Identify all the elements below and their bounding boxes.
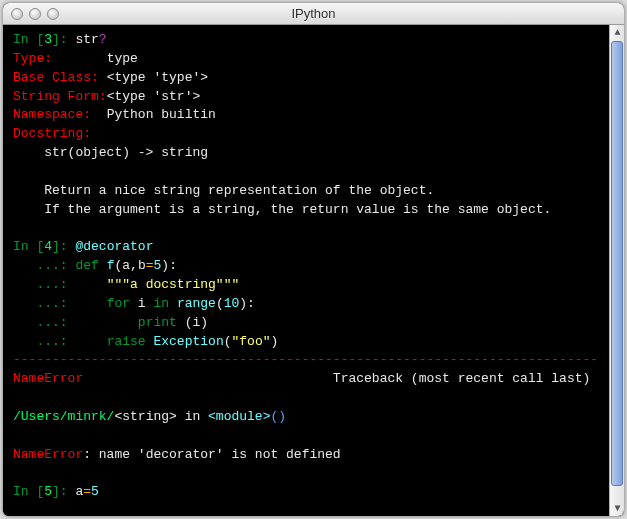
- info-label: String Form:: [13, 89, 107, 104]
- info-value: <type 'type'>: [107, 70, 208, 85]
- docstring-line: If the argument is a string, the return …: [13, 202, 551, 217]
- indent: [75, 277, 106, 292]
- sp: [169, 296, 177, 311]
- builtin: range: [177, 296, 216, 311]
- prompt-cont: ...:: [13, 334, 75, 349]
- prompt-close: ]:: [52, 239, 75, 254]
- num-lit: 10: [224, 296, 240, 311]
- indent: [75, 315, 137, 330]
- terminal-output[interactable]: In [3]: str? Type: type Base Class: <typ…: [3, 25, 609, 516]
- docstring-line: Return a nice string representation of t…: [13, 183, 434, 198]
- num-lit: 5: [91, 484, 99, 499]
- tb-path: /Users/minrk/: [13, 409, 114, 424]
- arg: a: [122, 258, 130, 273]
- prompt-cont: ...:: [13, 296, 75, 311]
- error-msg: : name 'decorator' is not defined: [83, 447, 340, 462]
- op-eq: =: [83, 484, 91, 499]
- paren: ):: [161, 258, 177, 273]
- kw-raise: raise: [107, 334, 146, 349]
- docstring: """a docstring""": [107, 277, 240, 292]
- indent: [75, 296, 106, 311]
- prompt-num: 5: [44, 484, 52, 499]
- comma: ,: [130, 258, 138, 273]
- terminal-body: In [3]: str? Type: type Base Class: <typ…: [3, 25, 624, 516]
- op-eq: =: [146, 258, 154, 273]
- traceback-sep: ----------------------------------------…: [13, 352, 598, 367]
- help-qmark: ?: [99, 32, 107, 47]
- prompt-close: ]:: [52, 32, 75, 47]
- close-icon[interactable]: [11, 8, 23, 20]
- info-label: Namespace:: [13, 107, 107, 122]
- builtin-print: print: [138, 315, 177, 330]
- paren: ):: [239, 296, 255, 311]
- scroll-thumb[interactable]: [611, 41, 623, 486]
- info-label: Docstring:: [13, 126, 91, 141]
- info-value: <type 'str'>: [107, 89, 201, 104]
- docstring-line: str(object) -> string: [13, 145, 208, 160]
- info-label: Base Class:: [13, 70, 107, 85]
- zoom-icon[interactable]: [47, 8, 59, 20]
- args: (i): [177, 315, 208, 330]
- str-lit: "foo": [232, 334, 271, 349]
- indent: [75, 334, 106, 349]
- var: i: [130, 296, 153, 311]
- prompt-num: 4: [44, 239, 52, 254]
- traceback-header: Traceback (most recent call last): [333, 371, 590, 386]
- exc-class: Exception: [153, 334, 223, 349]
- tb-file: <string>: [114, 409, 176, 424]
- info-value: Python builtin: [107, 107, 216, 122]
- paren: (: [224, 334, 232, 349]
- error-name: NameError: [13, 371, 83, 386]
- tb-tail: (): [270, 409, 286, 424]
- error-name: NameError: [13, 447, 83, 462]
- prompt-cont: ...:: [13, 277, 75, 292]
- kw-def: def: [75, 258, 98, 273]
- scroll-down-icon[interactable]: ▼: [610, 501, 624, 516]
- prompt-in: In [: [13, 484, 44, 499]
- sp: [99, 258, 107, 273]
- code-decorator: @decorator: [75, 239, 153, 254]
- prompt-num: 3: [44, 32, 52, 47]
- info-label: Type:: [13, 51, 107, 66]
- scrollbar[interactable]: ▲ ▼: [609, 25, 624, 516]
- kw-for: for: [107, 296, 130, 311]
- titlebar[interactable]: IPython: [3, 3, 624, 25]
- tb-module: <module>: [208, 409, 270, 424]
- pad: [83, 371, 333, 386]
- paren: ): [271, 334, 279, 349]
- terminal-window: IPython In [3]: str? Type: type Base Cla…: [3, 3, 624, 516]
- prompt-in: In [: [13, 32, 44, 47]
- prompt-in: In [: [13, 239, 44, 254]
- kw-in: in: [153, 296, 169, 311]
- paren: (: [216, 296, 224, 311]
- tb-in: in: [177, 409, 208, 424]
- prompt-cont: ...:: [13, 258, 75, 273]
- minimize-icon[interactable]: [29, 8, 41, 20]
- prompt-close: ]:: [52, 484, 75, 499]
- info-value: type: [107, 51, 138, 66]
- traffic-lights: [11, 8, 59, 20]
- prompt-cont: ...:: [13, 315, 75, 330]
- code-text: str: [75, 32, 98, 47]
- scroll-up-icon[interactable]: ▲: [610, 25, 624, 40]
- arg: b: [138, 258, 146, 273]
- window-title: IPython: [3, 6, 624, 21]
